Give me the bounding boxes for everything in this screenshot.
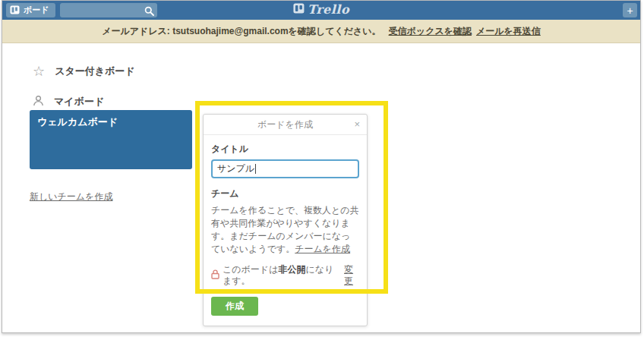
boards-button[interactable]: ボード — [6, 3, 55, 17]
privacy-text: このボードは非公開になります。 — [223, 264, 338, 287]
close-icon[interactable]: × — [354, 119, 360, 129]
top-nav-bar: ボード Trello + — [2, 1, 640, 20]
add-board-button[interactable]: + — [623, 3, 637, 17]
trello-logo[interactable]: Trello — [293, 2, 349, 17]
create-team-dialog-link[interactable]: チームを作成 — [295, 244, 350, 254]
check-inbox-link[interactable]: 受信ボックスを確認 — [389, 25, 472, 38]
banner-message: メールアドレス: tsutsuohajime@gmail.comを確認してくださ… — [102, 25, 380, 38]
lock-icon — [211, 269, 219, 282]
privacy-notice: このボードは非公開になります。 変更 — [211, 264, 359, 287]
board-title-input[interactable]: サンプル — [211, 159, 359, 178]
dialog-header: ボードを作成 × — [204, 115, 367, 135]
dialog-title: ボードを作成 — [257, 118, 313, 131]
search-input[interactable] — [60, 4, 157, 18]
board-tile-welcome[interactable]: ウェルカムボード — [30, 110, 192, 169]
create-new-team-link[interactable]: 新しいチームを作成 — [30, 190, 112, 203]
email-verification-banner: メールアドレス: tsutsuohajime@gmail.comを確認してくださ… — [2, 20, 640, 43]
team-description: チームを作ることで、複数人との共有や共同作業がやりやすくなります。まだチームのメ… — [211, 204, 359, 256]
board-tile-label: ウェルカムボード — [37, 116, 118, 128]
my-boards-label: マイボード — [54, 95, 104, 109]
board-icon — [10, 5, 20, 16]
person-icon — [33, 95, 44, 109]
search-icon[interactable] — [144, 5, 154, 19]
board-title-value: サンプル — [217, 162, 254, 175]
title-field-label: タイトル — [211, 143, 359, 156]
starred-boards-section: ☆ スター付きボード — [33, 65, 135, 78]
resend-email-link[interactable]: メールを再送信 — [476, 25, 541, 38]
create-board-dialog: ボードを作成 × タイトル サンプル チーム チームを作ることで、複数人との共有… — [203, 114, 368, 326]
text-caret — [255, 164, 256, 174]
dialog-body: タイトル サンプル チーム チームを作ることで、複数人との共有や共同作業がやりや… — [204, 135, 367, 326]
star-icon: ☆ — [33, 66, 45, 77]
change-privacy-link[interactable]: 変更 — [344, 264, 359, 287]
boards-button-label: ボード — [24, 5, 49, 16]
my-boards-section: マイボード — [33, 95, 104, 109]
team-section-label: チーム — [211, 187, 359, 200]
browser-window: ボード Trello + メールアドレス: tsutsuohajime@gmai… — [2, 0, 641, 333]
starred-boards-label: スター付きボード — [55, 65, 135, 78]
search-box[interactable] — [60, 3, 157, 17]
trello-logo-icon — [293, 3, 305, 17]
create-board-button[interactable]: 作成 — [211, 297, 258, 316]
trello-logo-text: Trello — [308, 2, 349, 17]
